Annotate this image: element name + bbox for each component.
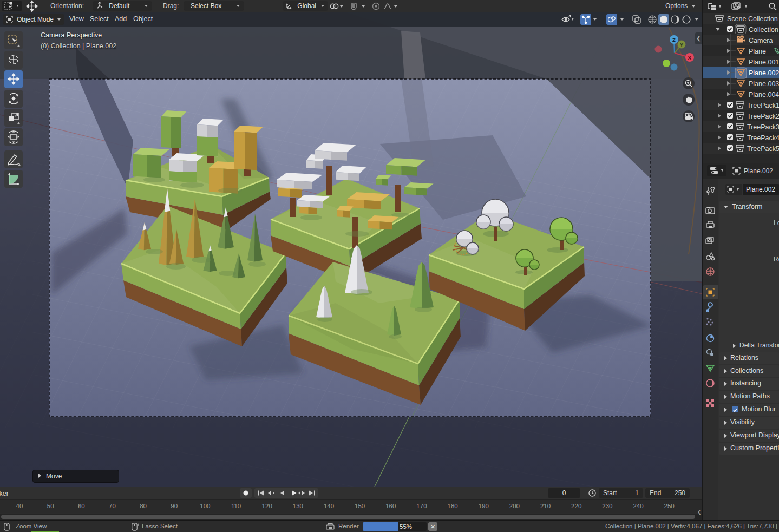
- svg-text:X: X: [688, 55, 692, 61]
- svg-text:TreePack2: TreePack2: [747, 113, 779, 120]
- svg-text:Plane.001: Plane.001: [749, 58, 779, 66]
- svg-text:Collection: Collection: [749, 26, 778, 34]
- svg-text:TreePack1: TreePack1: [747, 102, 779, 109]
- svg-text:Plane.004: Plane.004: [749, 91, 779, 98]
- svg-text:TreePack4: TreePack4: [747, 134, 779, 142]
- svg-text:Scene Collection: Scene Collection: [727, 15, 778, 23]
- svg-text:Plane: Plane: [749, 48, 766, 55]
- svg-text:Y: Y: [680, 42, 683, 48]
- svg-text:TreePack5: TreePack5: [747, 145, 779, 153]
- svg-text:TreePack3: TreePack3: [747, 123, 779, 131]
- svg-text:Camera: Camera: [749, 37, 773, 44]
- svg-text:Plane.003: Plane.003: [749, 80, 779, 88]
- svg-text:Plane.002: Plane.002: [749, 69, 779, 77]
- svg-text:Z: Z: [672, 37, 676, 43]
